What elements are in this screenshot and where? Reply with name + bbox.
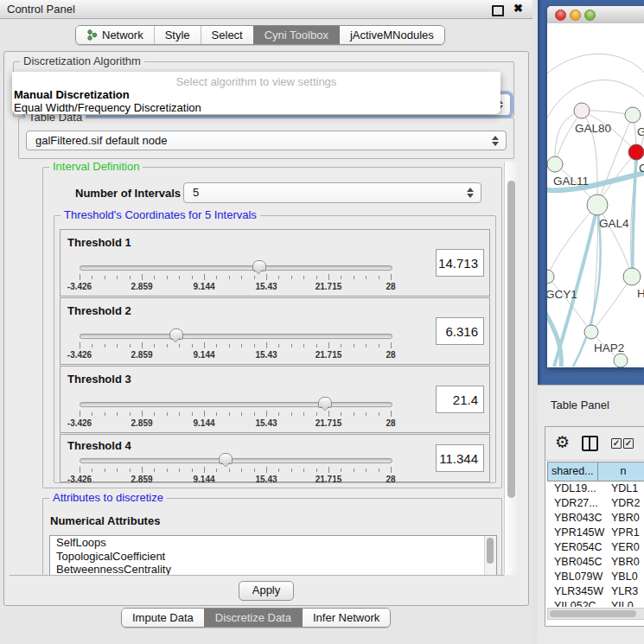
tick-mark bbox=[266, 274, 267, 280]
combo-arrows-icon bbox=[492, 136, 499, 146]
column-header-name[interactable]: n bbox=[598, 462, 644, 481]
column-view-icon[interactable] bbox=[582, 436, 598, 451]
table-row[interactable]: YER054CYER0 bbox=[547, 540, 644, 555]
table-row[interactable]: YBR043CYBR0 bbox=[547, 511, 644, 526]
tick-mark bbox=[366, 469, 367, 472]
slider-track[interactable] bbox=[80, 334, 392, 339]
float-window-icon[interactable] bbox=[492, 5, 504, 16]
tick-label: 2.859 bbox=[131, 350, 152, 360]
tick-mark bbox=[328, 411, 329, 417]
table-row[interactable]: YBL079WYBL0 bbox=[547, 570, 644, 584]
table-row[interactable]: YDL19...YDL1 bbox=[547, 481, 644, 496]
threshold-value-field[interactable]: 21.4 bbox=[436, 386, 484, 413]
tick-mark bbox=[341, 469, 341, 472]
tick-mark bbox=[366, 344, 367, 348]
checkbox-icon[interactable]: ✓ bbox=[611, 438, 622, 449]
tick-mark bbox=[391, 467, 392, 473]
tick-mark bbox=[391, 411, 392, 417]
slider-handle[interactable] bbox=[318, 397, 332, 408]
threshold-value-field[interactable]: 6.316 bbox=[436, 317, 484, 345]
tab-jactivemnodules[interactable]: jActiveMNodules bbox=[339, 26, 444, 44]
tick-mark bbox=[92, 412, 92, 416]
tick-mark bbox=[204, 342, 205, 348]
vertical-scrollbar[interactable] bbox=[504, 162, 518, 575]
tick-mark bbox=[192, 412, 193, 416]
tab-style[interactable]: Style bbox=[154, 26, 201, 44]
tick-label: 21.715 bbox=[316, 475, 342, 484]
table-row[interactable]: YPR145WYPR1 bbox=[547, 526, 644, 540]
menu-item-manual-discretization[interactable]: Manual Discretization bbox=[14, 88, 130, 101]
tick-mark bbox=[92, 469, 92, 472]
scrollbar-thumb[interactable] bbox=[507, 181, 515, 498]
tick-mark bbox=[328, 274, 329, 280]
combo-arrows-icon bbox=[467, 188, 474, 198]
numerical-attribute-item[interactable]: TopologicalCoefficient bbox=[50, 550, 496, 564]
tick-mark bbox=[216, 469, 217, 472]
table-header-row: shared... n bbox=[547, 462, 644, 481]
tick-label: 28 bbox=[386, 350, 395, 360]
zoom-traffic-light-icon[interactable] bbox=[584, 10, 596, 21]
group-title: Discretization Algorithm bbox=[20, 55, 144, 67]
tick-mark bbox=[354, 276, 354, 279]
threshold-label: Threshold 4 bbox=[67, 439, 131, 452]
close-icon[interactable]: ✖ bbox=[513, 2, 523, 15]
slider-handle[interactable] bbox=[252, 260, 266, 271]
column-header-shared[interactable]: shared... bbox=[547, 462, 598, 481]
table-row[interactable]: YIL052CYIL0 bbox=[547, 599, 644, 607]
list-scrollbar[interactable] bbox=[484, 536, 496, 576]
threshold-value-field[interactable]: 11.344 bbox=[436, 444, 484, 472]
threshold-value-field[interactable]: 14.713 bbox=[436, 249, 484, 277]
slider-handle[interactable] bbox=[219, 453, 233, 464]
slider-track[interactable] bbox=[80, 265, 392, 271]
tab-discretize-data[interactable]: Discretize Data bbox=[204, 609, 302, 627]
tick-mark bbox=[316, 344, 317, 348]
numerical-attribute-item[interactable]: SelfLoops bbox=[50, 536, 496, 550]
number-of-intervals-combobox[interactable]: 5 bbox=[183, 182, 481, 203]
tab-label: Discretize Data bbox=[215, 611, 291, 624]
tab-network[interactable]: Network bbox=[76, 26, 154, 44]
tick-mark bbox=[241, 276, 242, 279]
node-label-gal11: GAL11 bbox=[553, 175, 589, 188]
gear-icon[interactable]: ⚙ bbox=[555, 432, 570, 452]
tick-mark bbox=[328, 467, 329, 473]
tick-mark bbox=[278, 276, 279, 279]
node-hap2 bbox=[584, 325, 598, 339]
node-gal80 bbox=[574, 103, 590, 118]
table-toolbar: ⚙ ✓ ✓ bbox=[545, 427, 644, 461]
tab-select[interactable]: Select bbox=[201, 26, 253, 44]
network-window-titlebar bbox=[547, 6, 644, 24]
slider-handle[interactable] bbox=[169, 328, 183, 340]
network-view-window[interactable]: GAL80 GA C GAL11 GAL4 GCY1 H HAP2 bbox=[547, 6, 644, 367]
numerical-attributes-list[interactable]: SelfLoopsTopologicalCoefficientBetweenne… bbox=[49, 535, 497, 576]
apply-button[interactable]: Apply bbox=[239, 581, 294, 601]
tab-impute-data[interactable]: Impute Data bbox=[122, 609, 204, 627]
table-row[interactable]: YBR045CYBR0 bbox=[547, 555, 644, 570]
menu-item-equal-width-frequency[interactable]: Equal Width/Frequency Discretization bbox=[14, 101, 201, 114]
network-graph-canvas[interactable]: GAL80 GA C GAL11 GAL4 GCY1 H HAP2 bbox=[547, 23, 644, 367]
tick-mark bbox=[303, 469, 304, 472]
scrollbar-thumb[interactable] bbox=[487, 538, 494, 564]
scrollbar-thumb[interactable] bbox=[550, 610, 636, 617]
tick-mark bbox=[278, 412, 279, 416]
close-traffic-light-icon[interactable] bbox=[555, 10, 566, 21]
table-row[interactable]: YDR27...YDR2 bbox=[547, 496, 644, 511]
table-data-combobox[interactable]: galFiltered.sif default node bbox=[26, 131, 507, 150]
control-panel-titlebar: Control Panel ✖ bbox=[0, 0, 532, 19]
tick-mark bbox=[92, 344, 92, 348]
horizontal-scrollbar[interactable] bbox=[547, 608, 644, 620]
table-cell: YIL052C bbox=[547, 599, 608, 607]
table-row[interactable]: YLR345WYLR3 bbox=[547, 584, 644, 599]
tick-mark bbox=[303, 412, 304, 416]
checkbox-icon[interactable]: ✓ bbox=[623, 438, 634, 449]
slider-track[interactable] bbox=[80, 458, 392, 463]
tab-infer-network[interactable]: Infer Network bbox=[302, 609, 390, 627]
tick-mark bbox=[154, 412, 155, 416]
tick-mark bbox=[117, 469, 118, 472]
tick-mark bbox=[142, 342, 143, 348]
node-red bbox=[628, 144, 644, 160]
tick-mark bbox=[167, 412, 168, 416]
numerical-attribute-item[interactable]: BetweennessCentrality bbox=[50, 563, 496, 576]
slider-track[interactable] bbox=[80, 402, 392, 407]
minimize-traffic-light-icon[interactable] bbox=[570, 10, 581, 21]
tab-cyni-toolbox[interactable]: Cyni Toolbox bbox=[253, 26, 339, 44]
